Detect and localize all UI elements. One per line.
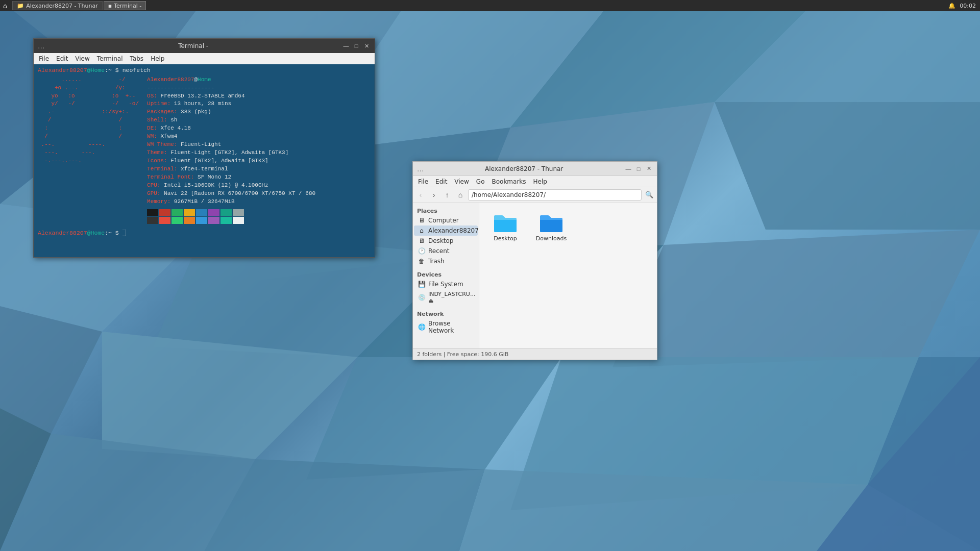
terminal-menu-edit[interactable]: Edit xyxy=(53,54,71,63)
thunar-taskbar-icon: 📁 xyxy=(17,3,24,9)
terminal-window-controls xyxy=(342,42,371,50)
sidebar-item-trash[interactable]: 🗑 Trash xyxy=(414,256,478,266)
thunar-menu-view[interactable]: View xyxy=(451,177,472,186)
thunar-up-button[interactable]: ↑ xyxy=(442,189,453,201)
thunar-statusbar: 2 folders | Free space: 190.6 GiB xyxy=(413,348,657,360)
thunar-menu-dots[interactable]: ... xyxy=(417,165,424,173)
trash-icon: 🗑 xyxy=(418,258,425,265)
term-prompt2: Alexander88207@Home:~ $ █ xyxy=(38,229,371,238)
downloads-folder-icon xyxy=(539,213,564,233)
sidebar-label-recent: Recent xyxy=(428,247,449,255)
terminal-menu-file[interactable]: File xyxy=(36,54,52,63)
svg-marker-9 xyxy=(715,102,980,230)
terminal-menu-tabs[interactable]: Tabs xyxy=(127,54,147,63)
thunar-main: Desktop Downloads xyxy=(479,203,657,348)
sidebar-label-home: Alexander88207 xyxy=(428,227,479,234)
terminal-menu-dots[interactable]: ... xyxy=(38,42,44,50)
thunar-forward-button[interactable]: › xyxy=(428,189,439,201)
neo-user-host: Alexander88207@Home xyxy=(147,76,315,84)
swatch-3 xyxy=(172,209,183,216)
filesystem-icon: 💾 xyxy=(418,281,425,288)
terminal-close-button[interactable] xyxy=(362,42,371,50)
computer-icon: 🖥 xyxy=(418,217,425,224)
taskbar-terminal[interactable]: ▪ Terminal - xyxy=(104,1,146,10)
thunar-back-button[interactable]: ‹ xyxy=(415,189,426,201)
svg-marker-13 xyxy=(612,230,980,367)
thunar-address-bar[interactable]: /home/Alexander88207/ xyxy=(468,189,642,201)
home-folder-icon: ⌂ xyxy=(418,227,425,234)
terminal-menu-view[interactable]: View xyxy=(72,54,92,63)
file-item-downloads[interactable]: Downloads xyxy=(533,211,569,244)
thunar-titlebar: ... Alexander88207 - Thunar xyxy=(413,162,657,176)
swatch-14 xyxy=(208,217,219,224)
sidebar-item-recent[interactable]: 🕐 Recent xyxy=(414,246,478,256)
sidebar-item-usb[interactable]: 💿 INDY_LASTCRU... ⏏ xyxy=(414,289,478,306)
network-icon: 🌐 xyxy=(418,323,425,331)
terminal-menubar: File Edit View Terminal Tabs Help xyxy=(34,53,375,64)
sidebar-item-computer[interactable]: 🖥 Computer xyxy=(414,215,478,226)
address-path: /home/Alexander88207/ xyxy=(472,191,546,198)
thunar-toolbar: ‹ › ↑ ⌂ /home/Alexander88207/ 🔍 xyxy=(413,187,657,203)
desktop-folder-label: Desktop xyxy=(494,235,517,242)
sidebar-item-home[interactable]: ⌂ Alexander88207 xyxy=(414,226,478,236)
thunar-menu-edit[interactable]: Edit xyxy=(432,177,450,186)
color-palette-1 xyxy=(147,209,315,216)
terminal-menu-terminal[interactable]: Terminal xyxy=(94,54,126,63)
terminal-window: ... Terminal - File Edit View Terminal T… xyxy=(33,38,375,258)
clock: 00:02 xyxy=(960,3,976,9)
terminal-minimize-button[interactable] xyxy=(342,42,350,50)
swatch-16 xyxy=(233,217,244,224)
sidebar-item-browse-network[interactable]: 🌐 Browse Network xyxy=(414,318,478,336)
taskbar-thunar[interactable]: 📁 Alexander88207 - Thunar xyxy=(12,1,103,10)
terminal-menu-help[interactable]: Help xyxy=(148,54,167,63)
status-text: 2 folders | Free space: 190.6 GiB xyxy=(417,351,508,358)
terminal-title: Terminal - xyxy=(44,42,342,49)
ascii-art: ...... -/ xyxy=(38,76,139,84)
swatch-4 xyxy=(184,209,195,216)
swatch-5 xyxy=(196,209,207,216)
thunar-close-button[interactable] xyxy=(645,165,653,173)
usb-icon: 💿 xyxy=(418,294,425,301)
places-section-label: Places xyxy=(413,206,479,215)
thunar-home-button[interactable]: ⌂ xyxy=(455,189,466,201)
terminal-maximize-button[interactable] xyxy=(352,42,360,50)
taskbar-right: 🔔 00:02 xyxy=(944,3,980,9)
thunar-menu-go[interactable]: Go xyxy=(473,177,488,186)
file-item-desktop[interactable]: Desktop xyxy=(487,211,523,244)
swatch-12 xyxy=(184,217,195,224)
sidebar-label-computer: Computer xyxy=(428,217,459,224)
thunar-maximize-button[interactable] xyxy=(634,165,643,173)
devices-section-label: Devices xyxy=(413,269,479,279)
swatch-9 xyxy=(147,217,158,224)
thunar-taskbar-label: Alexander88207 - Thunar xyxy=(26,3,98,9)
svg-marker-16 xyxy=(306,357,561,480)
thunar-minimize-button[interactable] xyxy=(624,165,632,173)
taskbar-left: ⌂ xyxy=(0,2,10,10)
swatch-6 xyxy=(208,209,219,216)
home-icon[interactable]: ⌂ xyxy=(3,2,7,10)
thunar-menu-bookmarks[interactable]: Bookmarks xyxy=(488,177,529,186)
taskbar: ⌂ 📁 Alexander88207 - Thunar ▪ Terminal -… xyxy=(0,0,980,11)
swatch-13 xyxy=(196,217,207,224)
thunar-menu-file[interactable]: File xyxy=(415,177,431,186)
swatch-8 xyxy=(233,209,244,216)
thunar-content: Places 🖥 Computer ⌂ Alexander88207 🖥 Des… xyxy=(413,203,657,348)
thunar-search-button[interactable]: 🔍 xyxy=(644,189,655,201)
terminal-taskbar-label: Terminal - xyxy=(114,3,141,9)
sidebar-item-desktop[interactable]: 🖥 Desktop xyxy=(414,236,478,246)
swatch-1 xyxy=(147,209,158,216)
swatch-11 xyxy=(172,217,183,224)
sidebar-item-filesystem[interactable]: 💾 File System xyxy=(414,279,478,289)
term-prompt1: Alexander88207@Home:~ $ neofetch xyxy=(38,66,371,75)
swatch-7 xyxy=(220,209,232,216)
thunar-window-controls xyxy=(624,165,653,173)
desktop-icon: 🖥 xyxy=(418,237,425,244)
thunar-menubar: File Edit View Go Bookmarks Help xyxy=(413,176,657,187)
swatch-15 xyxy=(220,217,232,224)
thunar-menu-help[interactable]: Help xyxy=(530,177,550,186)
network-section-label: Network xyxy=(413,309,479,318)
terminal-body[interactable]: Alexander88207@Home:~ $ neofetch ...... … xyxy=(34,64,375,257)
sidebar-label-filesystem: File System xyxy=(428,281,463,288)
recent-icon: 🕐 xyxy=(418,247,425,255)
taskbar-apps: 📁 Alexander88207 - Thunar ▪ Terminal - xyxy=(10,1,944,10)
